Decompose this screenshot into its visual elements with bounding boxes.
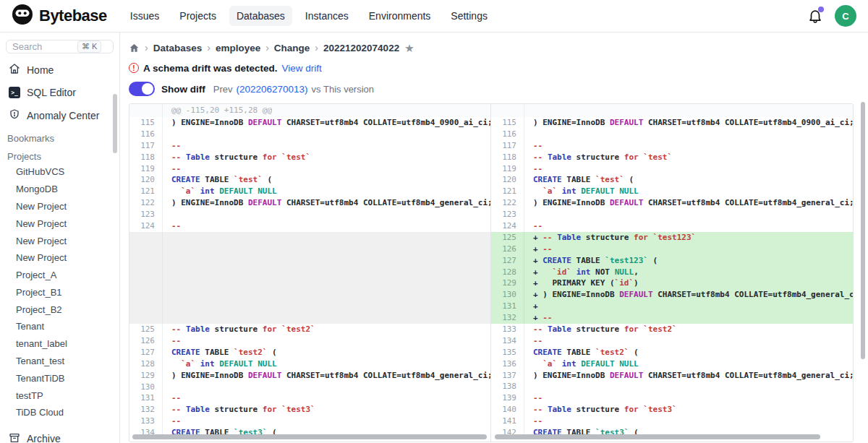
breadcrumb-separator: [265, 42, 269, 53]
diff-line: 118-- Table structure for `test`: [129, 152, 490, 163]
diff-line: 115) ENGINE=InnoDB DEFAULT CHARSET=utf8m…: [129, 117, 490, 129]
sidebar-item-home[interactable]: Home: [0, 58, 119, 82]
diff-current-column: 115) ENGINE=InnoDB DEFAULT CHARSET=utf8m…: [491, 104, 853, 442]
diff-line: 126+ --: [491, 244, 853, 255]
breadcrumb-databases[interactable]: Databases: [153, 43, 203, 53]
diff-line: 137) ENGINE=InnoDB DEFAULT CHARSET=utf8m…: [491, 370, 853, 382]
sidebar-project-item[interactable]: New Project: [0, 232, 119, 249]
diff-line: 126--: [129, 335, 490, 347]
nav-item-settings[interactable]: Settings: [443, 6, 495, 26]
breadcrumb-change[interactable]: Change: [274, 43, 310, 53]
diff-empty-placeholder: [129, 232, 490, 324]
show-diff-label: Show diff: [161, 84, 205, 95]
diff-line: 116: [129, 129, 490, 140]
diff-line: 122) ENGINE=InnoDB DEFAULT CHARSET=utf8m…: [129, 197, 490, 209]
sidebar-project-item[interactable]: GitHubVCS: [0, 163, 119, 181]
search-shortcut-badge: ⌘ K: [77, 40, 101, 53]
nav-item-issues[interactable]: Issues: [123, 6, 166, 26]
sidebar-item-archive[interactable]: Archive: [0, 426, 119, 443]
sidebar-project-item[interactable]: New Project: [0, 215, 119, 232]
sidebar-scrollbar[interactable]: [113, 94, 117, 153]
page-vertical-scrollbar[interactable]: [861, 102, 865, 359]
diff-line: 123: [491, 209, 853, 220]
brand-name: Bytebase: [39, 7, 107, 25]
projects-section-label: Projects: [0, 145, 119, 163]
shield-icon: [9, 108, 20, 122]
schema-diff-view: @@ -115,20 +115,28 @@115) ENGINE=InnoDB …: [129, 103, 854, 442]
view-drift-link[interactable]: View drift: [282, 63, 322, 74]
sidebar-project-item[interactable]: TiDB Cloud: [0, 404, 119, 421]
breadcrumb-version: 20221202074022: [323, 43, 399, 53]
sidebar-project-item[interactable]: Project_B1: [0, 283, 119, 301]
sidebar-project-item[interactable]: Tenant_test: [0, 353, 119, 370]
diff-line: 132-- Table structure for `test3`: [129, 404, 490, 416]
show-diff-toggle[interactable]: [129, 82, 155, 96]
nav-item-instances[interactable]: Instances: [298, 6, 356, 26]
diff-line: 128 `a` int DEFAULT NULL: [129, 358, 490, 370]
terminal-icon: >_: [9, 87, 20, 98]
sidebar-item-label: Home: [27, 64, 54, 76]
sidebar-project-item[interactable]: MongoDB: [0, 181, 119, 198]
diff-line: 124--: [129, 220, 490, 232]
breadcrumb-home-icon[interactable]: [129, 43, 140, 53]
diff-line: 129) ENGINE=InnoDB DEFAULT CHARSET=utf8m…: [129, 370, 490, 382]
sidebar-project-item[interactable]: Tenant: [0, 318, 119, 335]
sidebar-project-item[interactable]: testTP: [0, 387, 119, 404]
nav-item-environments[interactable]: Environments: [362, 6, 438, 26]
prev-label: Prev: [213, 84, 233, 95]
diff-line: 120CREATE TABLE `test` (: [491, 174, 853, 186]
avatar[interactable]: C: [835, 5, 856, 27]
diff-line: 131--: [129, 392, 490, 404]
vs-label: vs This version: [312, 84, 374, 95]
notification-bell-icon[interactable]: [807, 8, 823, 24]
breadcrumb-employee[interactable]: employee: [216, 43, 260, 53]
sidebar-item-label: SQL Editor: [27, 87, 76, 98]
main-nav: IssuesProjectsDatabasesInstancesEnvironm…: [123, 6, 495, 26]
diff-line: 133--: [129, 416, 490, 427]
diff-line: 133-- Table structure for `test2`: [491, 324, 853, 335]
diff-line: 130: [129, 382, 490, 393]
sidebar-item-anomaly-center[interactable]: Anomaly Center: [0, 103, 119, 127]
nav-item-databases[interactable]: Databases: [229, 6, 292, 26]
sidebar-project-item[interactable]: tenant_label: [0, 335, 119, 353]
home-icon: [9, 63, 20, 77]
diff-line: 125+ -- Table structure for `test123`: [491, 232, 853, 244]
search-input[interactable]: [12, 41, 77, 52]
diff-line: 128+ `id` int NOT NULL,: [491, 267, 853, 278]
left-horizontal-scrollbar[interactable]: [132, 434, 487, 439]
diff-line: 124--: [491, 220, 853, 232]
prev-version-link[interactable]: (202206270013): [236, 84, 307, 95]
diff-line: 141--: [491, 416, 853, 427]
diff-line: 115) ENGINE=InnoDB DEFAULT CHARSET=utf8m…: [491, 117, 853, 129]
sidebar-item-label: Archive: [27, 433, 61, 443]
bookmark-star-icon[interactable]: ★: [404, 43, 414, 53]
top-navbar: Bytebase IssuesProjectsDatabasesInstance…: [0, 0, 868, 33]
bytebase-logo[interactable]: Bytebase: [12, 4, 107, 28]
diff-toolbar: Show diff Prev (202206270013) vs This ve…: [129, 81, 868, 97]
alert-text: A schema drift was detected.: [143, 63, 278, 74]
diff-line: 140-- Table structure for `test3`: [491, 404, 853, 416]
sidebar-project-item[interactable]: Project_A: [0, 267, 119, 284]
sidebar: ⌘ K Home >_ SQL Editor Anomaly: [0, 33, 120, 443]
breadcrumb-separator: [207, 42, 210, 53]
diff-line: 131+: [491, 301, 853, 312]
diff-line: 118-- Table structure for `test`: [491, 152, 853, 163]
diff-line: 119--: [491, 163, 853, 175]
diff-line: 119--: [129, 163, 490, 175]
diff-line: 122) ENGINE=InnoDB DEFAULT CHARSET=utf8m…: [491, 197, 853, 209]
diff-line: 125-- Table structure for `test2`: [129, 324, 490, 335]
sidebar-item-sql-editor[interactable]: >_ SQL Editor: [0, 82, 119, 103]
diff-hunk-header: [491, 104, 853, 117]
search-box[interactable]: ⌘ K: [6, 40, 114, 53]
right-horizontal-scrollbar[interactable]: [495, 434, 820, 439]
sidebar-project-item[interactable]: TenantTiDB: [0, 369, 119, 387]
sidebar-project-item[interactable]: New Project: [0, 249, 119, 267]
notification-dot: [818, 7, 824, 12]
archive-icon: [9, 432, 20, 443]
nav-item-projects[interactable]: Projects: [172, 6, 224, 26]
diff-line: 121 `a` int DEFAULT NULL: [491, 186, 853, 197]
sidebar-project-item[interactable]: Project_B2: [0, 301, 119, 318]
diff-line: 121 `a` int DEFAULT NULL: [129, 186, 490, 197]
diff-line: 139--: [491, 392, 853, 404]
sidebar-project-item[interactable]: New Project: [0, 198, 119, 215]
